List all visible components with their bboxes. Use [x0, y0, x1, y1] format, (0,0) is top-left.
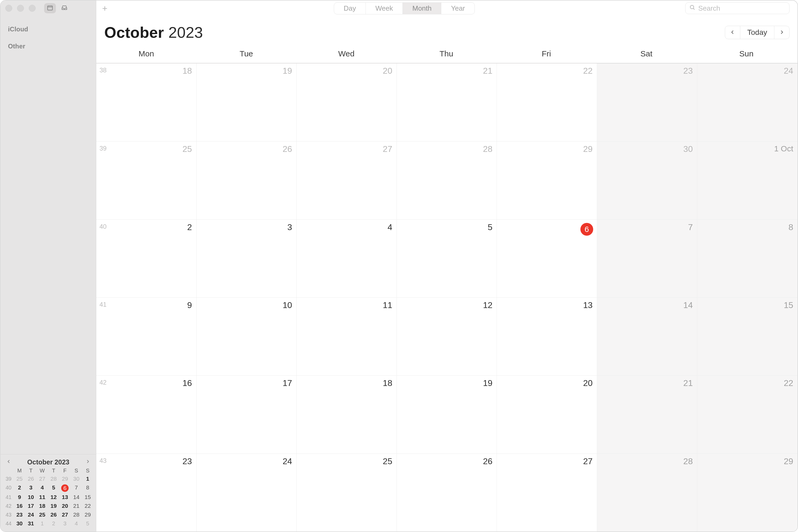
- inbox-button[interactable]: [58, 3, 70, 13]
- day-cell[interactable]: 24: [196, 454, 297, 531]
- mini-day[interactable]: 14: [71, 493, 82, 501]
- mini-day[interactable]: 27: [59, 511, 71, 519]
- mini-day[interactable]: 26: [25, 475, 37, 483]
- mini-day[interactable]: 1: [36, 519, 48, 528]
- sidebar-section-icloud[interactable]: iCloud: [6, 21, 90, 38]
- day-cell[interactable]: 22: [497, 63, 597, 141]
- mini-day[interactable]: 29: [59, 475, 71, 483]
- mini-day[interactable]: 20: [59, 502, 71, 510]
- mini-day[interactable]: 17: [25, 502, 37, 510]
- mini-day[interactable]: 23: [14, 511, 25, 519]
- mini-day[interactable]: 4: [36, 483, 48, 493]
- day-cell[interactable]: 4216: [96, 376, 196, 453]
- mini-day[interactable]: 6: [59, 483, 71, 493]
- mini-day[interactable]: 25: [14, 475, 25, 483]
- day-cell[interactable]: 22: [697, 376, 797, 453]
- day-cell[interactable]: 17: [196, 376, 297, 453]
- mini-day[interactable]: 30: [14, 519, 25, 528]
- day-cell[interactable]: 25: [297, 454, 397, 531]
- day-cell[interactable]: 26: [196, 141, 297, 219]
- mini-day[interactable]: 11: [36, 493, 48, 501]
- day-cell[interactable]: 23: [597, 63, 698, 141]
- next-month-button[interactable]: [774, 26, 789, 39]
- view-year[interactable]: Year: [441, 3, 475, 14]
- mini-day[interactable]: 9: [14, 493, 25, 501]
- day-cell[interactable]: 4: [297, 220, 397, 298]
- mini-day[interactable]: 2: [48, 519, 59, 528]
- mini-day[interactable]: 25: [36, 511, 48, 519]
- mini-day[interactable]: 19: [48, 502, 59, 510]
- mini-day[interactable]: 8: [82, 483, 93, 493]
- mini-day[interactable]: 10: [25, 493, 37, 501]
- day-cell[interactable]: 3925: [96, 141, 196, 219]
- day-cell[interactable]: 28: [597, 454, 698, 531]
- mini-day[interactable]: 16: [14, 502, 25, 510]
- view-day[interactable]: Day: [334, 3, 366, 14]
- day-cell[interactable]: 11: [297, 298, 397, 375]
- day-cell[interactable]: 13: [497, 298, 597, 375]
- prev-month-button[interactable]: [725, 26, 740, 39]
- new-event-button[interactable]: +: [102, 4, 108, 13]
- calendars-toggle[interactable]: [44, 3, 56, 13]
- day-cell[interactable]: 14: [597, 298, 698, 375]
- zoom-window[interactable]: [29, 5, 36, 12]
- day-cell[interactable]: 12: [397, 298, 497, 375]
- mini-day[interactable]: 2: [14, 483, 25, 493]
- mini-day[interactable]: 1: [82, 475, 93, 483]
- day-cell[interactable]: 21: [597, 376, 698, 453]
- day-cell[interactable]: 419: [96, 298, 196, 375]
- mini-day[interactable]: 27: [36, 475, 48, 483]
- mini-prev-button[interactable]: [5, 458, 13, 466]
- mini-day[interactable]: 22: [82, 502, 93, 510]
- minimize-window[interactable]: [17, 5, 24, 12]
- day-cell[interactable]: 27: [497, 454, 597, 531]
- mini-day[interactable]: 18: [36, 502, 48, 510]
- day-cell[interactable]: 18: [297, 376, 397, 453]
- mini-day[interactable]: 12: [48, 493, 59, 501]
- day-cell[interactable]: 4323: [96, 454, 196, 531]
- day-cell[interactable]: 29: [497, 141, 597, 219]
- day-cell[interactable]: 1 Oct: [697, 141, 797, 219]
- day-cell[interactable]: 28: [397, 141, 497, 219]
- mini-day[interactable]: 5: [48, 483, 59, 493]
- day-cell[interactable]: 20: [497, 376, 597, 453]
- view-week[interactable]: Week: [366, 3, 403, 14]
- mini-day[interactable]: 28: [48, 475, 59, 483]
- day-cell[interactable]: 402: [96, 220, 196, 298]
- close-window[interactable]: [5, 5, 12, 12]
- mini-next-button[interactable]: [84, 458, 92, 466]
- day-cell[interactable]: 5: [397, 220, 497, 298]
- mini-day[interactable]: 29: [82, 511, 93, 519]
- day-cell[interactable]: 7: [597, 220, 698, 298]
- day-cell[interactable]: 6: [497, 220, 597, 298]
- day-cell[interactable]: 8: [697, 220, 797, 298]
- day-cell[interactable]: 30: [597, 141, 698, 219]
- day-cell[interactable]: 27: [297, 141, 397, 219]
- mini-day[interactable]: 30: [71, 475, 82, 483]
- day-cell[interactable]: 15: [697, 298, 797, 375]
- day-cell[interactable]: 20: [297, 63, 397, 141]
- mini-day[interactable]: 3: [59, 519, 71, 528]
- day-cell[interactable]: 3: [196, 220, 297, 298]
- mini-day[interactable]: 24: [25, 511, 37, 519]
- mini-day[interactable]: 15: [82, 493, 93, 501]
- day-cell[interactable]: 3818: [96, 63, 196, 141]
- day-cell[interactable]: 29: [697, 454, 797, 531]
- day-cell[interactable]: 19: [196, 63, 297, 141]
- sidebar-section-other[interactable]: Other: [6, 38, 90, 55]
- view-month[interactable]: Month: [403, 3, 441, 14]
- mini-day[interactable]: 4: [71, 519, 82, 528]
- mini-day[interactable]: 26: [48, 511, 59, 519]
- day-cell[interactable]: 10: [196, 298, 297, 375]
- mini-day[interactable]: 28: [71, 511, 82, 519]
- mini-day[interactable]: 21: [71, 502, 82, 510]
- mini-day[interactable]: 31: [25, 519, 37, 528]
- mini-day[interactable]: 5: [82, 519, 93, 528]
- mini-day[interactable]: 13: [59, 493, 71, 501]
- day-cell[interactable]: 21: [397, 63, 497, 141]
- day-cell[interactable]: 26: [397, 454, 497, 531]
- mini-day[interactable]: 3: [25, 483, 37, 493]
- today-button[interactable]: Today: [740, 26, 774, 39]
- day-cell[interactable]: 19: [397, 376, 497, 453]
- day-cell[interactable]: 24: [697, 63, 797, 141]
